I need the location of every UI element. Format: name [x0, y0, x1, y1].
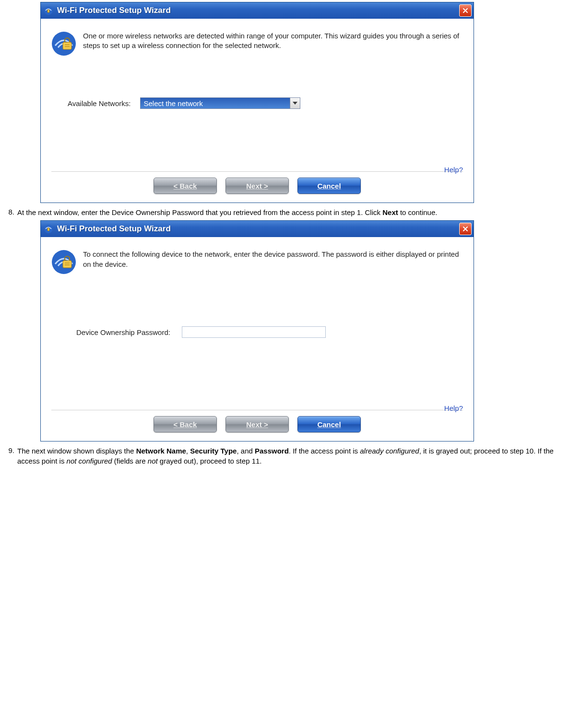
- step-9: 9. The next window shown displays the Ne…: [0, 446, 569, 466]
- bold: Security Type: [190, 447, 237, 455]
- text: , and: [237, 447, 255, 455]
- bold: Password: [255, 447, 289, 455]
- window-title: Wi-Fi Protected Setup Wizard: [57, 224, 455, 234]
- help-link[interactable]: Help?: [444, 404, 463, 412]
- network-select[interactable]: Select the network: [140, 97, 300, 109]
- back-button[interactable]: < Back: [154, 416, 217, 432]
- text: (fields are: [112, 457, 148, 465]
- svg-rect-1: [47, 10, 49, 12]
- italic: already configured: [360, 447, 419, 455]
- svg-rect-3: [63, 42, 71, 49]
- app-icon: [44, 224, 53, 234]
- device-password-label: Device Ownership Password:: [76, 328, 170, 336]
- close-button[interactable]: [459, 4, 472, 17]
- text: The next window shown displays the: [17, 447, 136, 455]
- bold: Network Name: [136, 447, 186, 455]
- wifi-lock-icon: [51, 31, 76, 56]
- italic: not: [148, 457, 158, 465]
- next-button[interactable]: Next >: [225, 178, 289, 194]
- window-title: Wi-Fi Protected Setup Wizard: [57, 6, 455, 15]
- text: At the next window, enter the Device Own…: [17, 208, 382, 216]
- text: ,: [186, 447, 190, 455]
- text: . If the access point is: [289, 447, 360, 455]
- wizard-dialog-1: Wi-Fi Protected Setup Wizard: [40, 2, 474, 203]
- text: grayed out), proceed to step 11.: [158, 457, 262, 465]
- svg-rect-7: [47, 228, 49, 231]
- wifi-lock-icon: [51, 250, 76, 274]
- text: to continue.: [398, 208, 438, 216]
- step-number: 9.: [0, 446, 17, 454]
- back-button[interactable]: < Back: [154, 178, 217, 194]
- titlebar[interactable]: Wi-Fi Protected Setup Wizard: [41, 221, 474, 237]
- intro-text: One or more wireless networks are detect…: [83, 31, 463, 51]
- app-icon: [44, 6, 53, 15]
- close-button[interactable]: [459, 223, 472, 235]
- help-link[interactable]: Help?: [444, 166, 463, 174]
- divider: [51, 410, 463, 410]
- available-networks-label: Available Networks:: [68, 99, 130, 107]
- device-password-input[interactable]: [182, 326, 326, 338]
- step-text: At the next window, enter the Device Own…: [17, 208, 569, 217]
- wizard-dialog-2: Wi-Fi Protected Setup Wizard: [40, 220, 474, 442]
- network-select-value: Select the network: [143, 99, 290, 107]
- bold: Next: [382, 208, 398, 216]
- titlebar[interactable]: Wi-Fi Protected Setup Wizard: [41, 2, 474, 19]
- cancel-button[interactable]: Cancel: [297, 416, 361, 432]
- step-text: The next window shown displays the Netwo…: [17, 446, 569, 466]
- intro-text: To connect the following device to the n…: [83, 250, 463, 269]
- svg-rect-9: [63, 261, 71, 268]
- next-button[interactable]: Next >: [225, 416, 289, 432]
- divider: [51, 171, 463, 172]
- chevron-down-icon: [290, 98, 300, 108]
- step-number: 8.: [0, 208, 17, 216]
- cancel-button[interactable]: Cancel: [297, 178, 361, 194]
- step-8: 8. At the next window, enter the Device …: [0, 208, 569, 217]
- italic: not configured: [67, 457, 112, 465]
